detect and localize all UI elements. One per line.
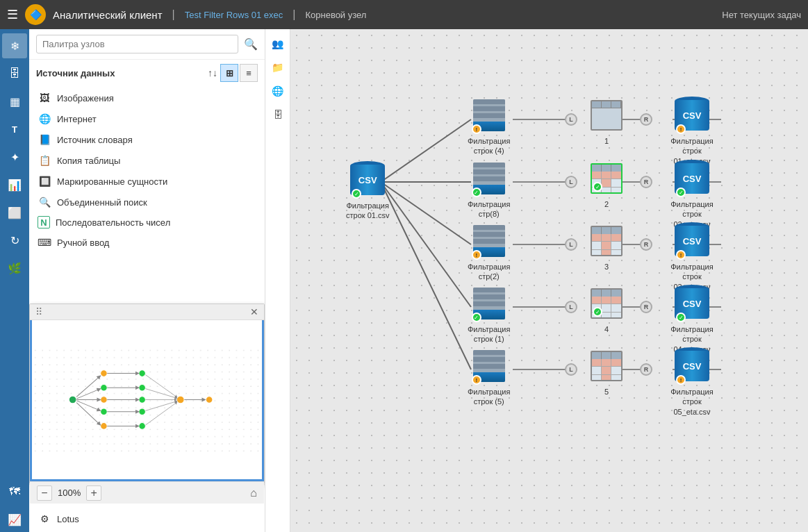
output-node-4[interactable]: CSV ✓ Фильтрациястрок 04_eta.csv	[664, 285, 720, 354]
connector-l1: L	[565, 113, 577, 126]
svg-point-6	[101, 408, 108, 415]
marked-entities-icon: 🔲	[38, 174, 51, 188]
filter-node-2[interactable]: ✓ Фильтрациястр(8)	[468, 160, 510, 219]
sidebar-icon-text[interactable]: T	[2, 117, 27, 142]
connector-l2: L	[565, 176, 577, 188]
palette-item-marked-entities[interactable]: 🔲 Маркированные сущности	[29, 171, 265, 192]
people-tool-btn[interactable]: 👥	[267, 33, 288, 54]
palette-item-manual-input[interactable]: ⌨ Ручной ввод	[29, 232, 265, 253]
drag-handle-icon: ⠿	[35, 306, 42, 317]
images-icon: 🖼	[38, 91, 51, 105]
sort-icon[interactable]: ↑↓	[208, 67, 217, 78]
connector-r2: R	[640, 176, 652, 188]
filter-node-1[interactable]: ! Фильтрациястрок (4)	[468, 97, 510, 156]
zoom-minus-btn[interactable]: −	[37, 485, 52, 501]
filter-node-4[interactable]: ✓ Фильтрациястрок (1)	[468, 285, 510, 344]
home-icon[interactable]: ⌂	[250, 487, 257, 499]
folder-tool-btn[interactable]: 📁	[267, 57, 288, 78]
palette-item-lotus[interactable]: ⚙ Lotus	[29, 508, 265, 529]
header-sep2: |	[292, 8, 295, 21]
output-csv-icon-2: CSV ✓	[673, 160, 711, 197]
sidebar-icon-snowflake[interactable]: ❄	[2, 33, 27, 58]
images-label: Изображения	[57, 93, 114, 103]
sidebar-icon-stats[interactable]: 📈	[2, 507, 27, 532]
connector-r4: R	[640, 301, 652, 313]
sidebar-icon-map[interactable]: 🗺	[2, 479, 27, 504]
cylinder-tool-btn[interactable]: 🗄	[267, 104, 288, 125]
output-status-2: ✓	[676, 188, 686, 197]
middle-label-1: 1	[604, 136, 609, 146]
minimap-content	[30, 320, 264, 481]
breadcrumb-link[interactable]: Test Filter Rows 01 exec	[185, 10, 283, 20]
source-node-label: Фильтрациястрок 01.csv	[346, 201, 389, 221]
zoom-controls: − 100% +	[37, 485, 101, 501]
middle-node-4[interactable]: ✓ 4	[588, 285, 625, 334]
connector-r5: R	[640, 363, 652, 376]
filter-node-3[interactable]: ! Фильтрациястр(2)	[468, 222, 510, 282]
sidebar-icon-refresh[interactable]: ↻	[2, 228, 27, 253]
middle-node-3[interactable]: 3	[588, 222, 625, 272]
filter-status-3: !	[472, 250, 481, 260]
lotus-icon: ⚙	[38, 512, 51, 526]
filter-node-5[interactable]: ! Фильтрациястрок (5)	[468, 347, 510, 407]
svg-point-5	[101, 397, 108, 404]
sidebar-icon-tree[interactable]: 🌿	[2, 256, 27, 281]
palette-category: Источник данных ↑↓ ⊞ ≡	[29, 60, 265, 85]
sidebar-icon-database[interactable]: 🗄	[2, 61, 27, 86]
filter-status-2: ✓	[472, 188, 481, 197]
dictionary-label: Источник словаря	[57, 135, 133, 145]
middle-node-1[interactable]: 1	[588, 97, 625, 146]
minimap-svg	[32, 320, 262, 479]
middle-node-5[interactable]: 5	[588, 347, 625, 397]
svg-line-34	[381, 182, 471, 307]
source-node[interactable]: CSV ✓ Фильтрациястрок 01.csv	[346, 161, 389, 221]
svg-point-13	[176, 396, 184, 404]
close-icon[interactable]: ✕	[250, 306, 258, 317]
palette-item-images[interactable]: 🖼 Изображения	[29, 88, 265, 108]
svg-line-33	[381, 182, 471, 244]
output-node-2[interactable]: CSV ✓ Фильтрациястрок 02_eta.csv	[664, 160, 720, 229]
number-seq-label: Последовательность чисел	[56, 217, 170, 228]
svg-point-11	[139, 408, 146, 415]
sidebar-icon-table[interactable]: ▦	[2, 89, 27, 114]
canvas-area[interactable]: CSV ✓ Фильтрациястрок 01.csv ! Фильтраци…	[290, 29, 808, 532]
filter-status-5: !	[472, 375, 481, 385]
source-csv-icon: CSV ✓	[349, 161, 386, 199]
middle-node-2[interactable]: ✓ 2	[588, 160, 625, 209]
palette-item-unified-search[interactable]: 🔍 Объединенный поиск	[29, 192, 265, 213]
output-label-5: Фильтрациястрок 05_eta.csv	[664, 387, 720, 417]
globe-tool-btn[interactable]: 🌐	[267, 81, 288, 101]
middle-label-4: 4	[604, 324, 609, 334]
sidebar-icon-transform[interactable]: ✦	[2, 144, 27, 169]
minimap-header[interactable]: ⠿ ✕	[30, 304, 264, 320]
view-list-btn[interactable]: ≡	[240, 64, 258, 82]
connector-r3: R	[640, 238, 652, 251]
sidebar-icons: ❄ 🗄 ▦ T ✦ 📊 ⬜ ↻ 🌿 🗺 📈	[0, 29, 29, 532]
svg-line-35	[381, 182, 471, 369]
view-grid-btn[interactable]: ⊞	[220, 64, 238, 82]
zoom-plus-btn[interactable]: +	[86, 485, 101, 501]
output-csv-icon-1: CSV !	[673, 97, 711, 134]
search-icon[interactable]: 🔍	[244, 38, 258, 51]
palette-item-table-copy[interactable]: 📋 Копия таблицы	[29, 150, 265, 171]
palette-item-number-seq[interactable]: N Последовательность чисел	[29, 213, 265, 232]
manual-input-label: Ручной ввод	[57, 238, 109, 248]
middle-label-5: 5	[604, 387, 609, 397]
output-node-3[interactable]: CSV ! Фильтрациястрок 03_eta.csv	[664, 222, 720, 292]
palette-search-input[interactable]	[36, 35, 238, 53]
app-title: Аналитический клиент	[53, 9, 163, 21]
palette-item-internet[interactable]: 🌐 Интернет	[29, 108, 265, 129]
svg-point-4	[101, 384, 108, 391]
palette-item-dictionary[interactable]: 📘 Источник словаря	[29, 129, 265, 150]
filter-icon-2: ✓	[470, 160, 508, 197]
output-node-1[interactable]: CSV ! Фильтрациястрок 01_eta.csv	[664, 97, 720, 166]
menu-icon[interactable]: ☰	[7, 7, 18, 22]
output-status-1: !	[676, 124, 686, 134]
sidebar-icon-chart[interactable]: 📊	[2, 172, 27, 197]
sidebar-icon-box[interactable]: ⬜	[2, 200, 27, 225]
unified-search-label: Объединенный поиск	[57, 197, 147, 208]
output-node-5[interactable]: CSV ! Фильтрациястрок 05_eta.csv	[664, 347, 720, 417]
filter-status-4: ✓	[472, 313, 481, 322]
filter-icon-5: !	[470, 347, 508, 385]
connector-r1: R	[640, 113, 652, 126]
